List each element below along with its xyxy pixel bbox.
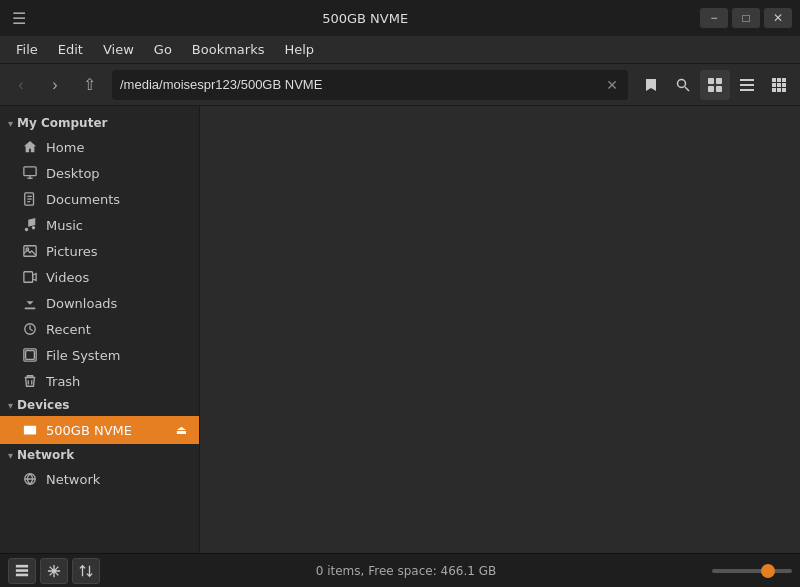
maximize-button[interactable]: □ bbox=[732, 8, 760, 28]
svg-rect-12 bbox=[772, 83, 776, 87]
svg-rect-7 bbox=[740, 84, 754, 86]
sidebar-item-nvme-label: 500GB NVME bbox=[46, 423, 164, 438]
address-bar[interactable] bbox=[120, 77, 604, 92]
network-icon bbox=[22, 471, 38, 487]
sidebar-item-nvme[interactable]: 500GB NVME ⏏ bbox=[0, 416, 199, 444]
sidebar-item-documents-label: Documents bbox=[46, 192, 191, 207]
menu-help[interactable]: Help bbox=[276, 39, 322, 60]
sidebar-item-home[interactable]: Home bbox=[0, 134, 199, 160]
toolbar-action-buttons bbox=[636, 70, 794, 100]
toolbar: ‹ › ⇧ ✕ bbox=[0, 64, 800, 106]
svg-rect-10 bbox=[777, 78, 781, 82]
svg-line-1 bbox=[685, 87, 689, 91]
svg-rect-30 bbox=[26, 351, 35, 360]
svg-rect-8 bbox=[740, 89, 754, 91]
svg-rect-3 bbox=[716, 78, 722, 84]
sidebar-item-trash[interactable]: Trash bbox=[0, 368, 199, 394]
trash-icon bbox=[22, 373, 38, 389]
menu-view[interactable]: View bbox=[95, 39, 142, 60]
bookmark-button[interactable] bbox=[636, 70, 666, 100]
svg-rect-4 bbox=[708, 86, 714, 92]
address-bar-container: ✕ bbox=[112, 70, 628, 100]
zoom-control bbox=[712, 569, 792, 573]
svg-rect-17 bbox=[782, 88, 786, 92]
videos-icon bbox=[22, 269, 38, 285]
sidebar-item-home-label: Home bbox=[46, 140, 191, 155]
sidebar-item-network-label: Network bbox=[46, 472, 191, 487]
eject-button[interactable]: ⏏ bbox=[172, 421, 191, 439]
sidebar-item-desktop-label: Desktop bbox=[46, 166, 191, 181]
sidebar-item-videos-label: Videos bbox=[46, 270, 191, 285]
minimize-button[interactable]: − bbox=[700, 8, 728, 28]
sidebar-section-my-computer[interactable]: ▾ My Computer bbox=[0, 112, 199, 134]
sidebar-item-music-label: Music bbox=[46, 218, 191, 233]
address-clear-icon[interactable]: ✕ bbox=[604, 77, 620, 93]
hamburger-icon[interactable]: ☰ bbox=[8, 5, 30, 32]
sidebar-item-music[interactable]: Music bbox=[0, 212, 199, 238]
sidebar-item-videos[interactable]: Videos bbox=[0, 264, 199, 290]
back-button[interactable]: ‹ bbox=[6, 70, 36, 100]
menu-go[interactable]: Go bbox=[146, 39, 180, 60]
collapse-arrow-devices: ▾ bbox=[8, 400, 13, 411]
view-compact-button[interactable] bbox=[764, 70, 794, 100]
svg-rect-15 bbox=[772, 88, 776, 92]
nvme-icon bbox=[22, 422, 38, 438]
file-area bbox=[200, 106, 800, 553]
bottom-toolbar bbox=[8, 558, 100, 584]
svg-rect-6 bbox=[740, 79, 754, 81]
sidebar-item-recent-label: Recent bbox=[46, 322, 191, 337]
svg-rect-5 bbox=[716, 86, 722, 92]
view-list-button[interactable] bbox=[732, 70, 762, 100]
svg-rect-38 bbox=[16, 573, 28, 576]
collapse-arrow-my-computer: ▾ bbox=[8, 118, 13, 129]
sidebar-item-filesystem-label: File System bbox=[46, 348, 191, 363]
svg-point-32 bbox=[25, 429, 28, 432]
bottom-btn-1[interactable] bbox=[8, 558, 36, 584]
desktop-icon bbox=[22, 165, 38, 181]
svg-rect-27 bbox=[24, 272, 33, 283]
sidebar-item-documents[interactable]: Documents bbox=[0, 186, 199, 212]
svg-point-0 bbox=[678, 79, 686, 87]
sidebar-section-network-label: Network bbox=[17, 448, 74, 462]
recent-icon bbox=[22, 321, 38, 337]
sidebar-item-filesystem[interactable]: File System bbox=[0, 342, 199, 368]
sidebar-item-pictures[interactable]: Pictures bbox=[0, 238, 199, 264]
svg-rect-9 bbox=[772, 78, 776, 82]
sidebar-item-pictures-label: Pictures bbox=[46, 244, 191, 259]
window-controls: − □ ✕ bbox=[700, 8, 792, 28]
menu-bookmarks[interactable]: Bookmarks bbox=[184, 39, 273, 60]
forward-button[interactable]: › bbox=[40, 70, 70, 100]
sidebar-section-my-computer-label: My Computer bbox=[17, 116, 107, 130]
svg-rect-13 bbox=[777, 83, 781, 87]
music-icon bbox=[22, 217, 38, 233]
up-button[interactable]: ⇧ bbox=[74, 70, 104, 100]
bottom-btn-2[interactable] bbox=[40, 558, 68, 584]
statusbar-text: 0 items, Free space: 466.1 GB bbox=[316, 564, 496, 578]
search-button[interactable] bbox=[668, 70, 698, 100]
bottom-btn-3[interactable] bbox=[72, 558, 100, 584]
sidebar-section-devices-label: Devices bbox=[17, 398, 69, 412]
home-icon bbox=[22, 139, 38, 155]
window-title: 500GB NVME bbox=[322, 11, 408, 26]
sidebar-item-downloads[interactable]: Downloads bbox=[0, 290, 199, 316]
menu-edit[interactable]: Edit bbox=[50, 39, 91, 60]
sidebar-item-desktop[interactable]: Desktop bbox=[0, 160, 199, 186]
sidebar-item-network[interactable]: Network bbox=[0, 466, 199, 492]
sidebar-section-devices[interactable]: ▾ Devices bbox=[0, 394, 199, 416]
titlebar: ☰ 500GB NVME − □ ✕ bbox=[0, 0, 800, 36]
close-button[interactable]: ✕ bbox=[764, 8, 792, 28]
sidebar-section-network[interactable]: ▾ Network bbox=[0, 444, 199, 466]
pictures-icon bbox=[22, 243, 38, 259]
menu-file[interactable]: File bbox=[8, 39, 46, 60]
menubar: File Edit View Go Bookmarks Help bbox=[0, 36, 800, 64]
zoom-slider[interactable] bbox=[712, 569, 792, 573]
sidebar-item-downloads-label: Downloads bbox=[46, 296, 191, 311]
main-area: ▾ My Computer Home Desktop Documents M bbox=[0, 106, 800, 553]
sidebar-item-recent[interactable]: Recent bbox=[0, 316, 199, 342]
svg-rect-34 bbox=[29, 431, 33, 432]
svg-rect-36 bbox=[16, 564, 28, 567]
sidebar: ▾ My Computer Home Desktop Documents M bbox=[0, 106, 200, 553]
svg-rect-33 bbox=[29, 428, 34, 429]
svg-rect-11 bbox=[782, 78, 786, 82]
view-grid-button[interactable] bbox=[700, 70, 730, 100]
